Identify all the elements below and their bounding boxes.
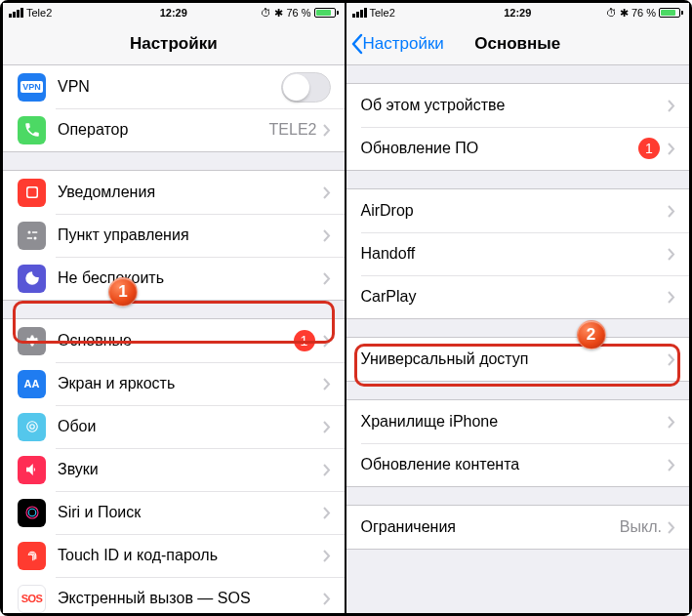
row-label: Ограничения [361,518,620,536]
clock: 12:29 [160,7,187,19]
row-restrictions[interactable]: Ограничения Выкл. [346,506,690,549]
row-control-center[interactable]: Пункт управления [3,214,345,257]
status-bar: Tele2 12:29 ⏱ ✱ 76 % [3,3,345,22]
row-carrier[interactable]: Оператор TELE2 [3,108,345,151]
row-accessibility[interactable]: Универсальный доступ [346,338,690,381]
row-about[interactable]: Об этом устройстве [346,84,690,127]
status-bar: Tele2 12:29 ⏱ ✱ 76 % [346,3,690,22]
chevron-right-icon [668,248,675,261]
chevron-right-icon [323,593,331,605]
nav-bar: Настройки Основные [346,22,690,65]
phone-icon [18,116,46,144]
row-label: Обои [58,418,323,435]
vpn-toggle[interactable] [281,72,331,103]
chevron-right-icon [323,229,331,242]
page-title: Основные [474,34,560,54]
row-background-refresh[interactable]: Обновление контента [346,443,690,486]
row-carplay[interactable]: CarPlay [346,275,690,318]
row-label: Экстренный вызов — SOS [58,590,323,607]
screen-general: Tele2 12:29 ⏱ ✱ 76 % Настройки Основные … [346,3,690,613]
row-label: VPN [58,78,281,96]
chevron-right-icon [323,272,331,285]
row-label: Не беспокоить [58,269,323,287]
row-storage[interactable]: Хранилище iPhone [346,400,690,443]
alarm-icon: ⏱ [606,7,617,19]
vpn-icon: VPN [18,73,46,102]
signal-icon [352,8,367,18]
row-label: Siri и Поиск [58,504,323,521]
carrier-detail: TELE2 [269,121,317,139]
svg-point-4 [33,237,36,240]
chevron-right-icon [668,459,675,472]
siri-icon [18,499,46,527]
chevron-right-icon [323,335,331,348]
nav-bar: Настройки [3,22,345,65]
row-software-update[interactable]: Обновление ПО 1 [346,127,690,170]
restrictions-detail: Выкл. [620,518,662,536]
battery-icon [314,8,339,18]
row-label: Звуки [58,461,323,478]
row-label: Handoff [361,245,669,263]
battery-icon [659,8,683,18]
chevron-right-icon [668,205,675,218]
row-dnd[interactable]: Не беспокоить [3,257,345,300]
row-wallpaper[interactable]: Обои [3,405,345,448]
signal-icon [9,8,23,18]
svg-rect-3 [32,231,37,233]
row-sos[interactable]: SOS Экстренный вызов — SOS [3,577,345,613]
chevron-right-icon [323,186,331,199]
chevron-right-icon [323,464,331,476]
row-label: Хранилище iPhone [361,413,669,431]
display-icon: AA [18,370,46,398]
chevron-right-icon [323,550,331,562]
row-siri[interactable]: Siri и Поиск [3,491,345,534]
carrier-label: Tele2 [26,7,52,19]
row-label: Универсальный доступ [361,350,669,368]
row-label: Уведомления [58,184,323,201]
notifications-icon [18,179,46,207]
moon-icon [18,265,46,293]
badge: 1 [638,138,660,159]
sos-icon: SOS [18,585,46,613]
chevron-right-icon [668,291,675,304]
svg-point-2 [27,231,30,234]
back-label: Настройки [363,34,444,54]
back-button[interactable]: Настройки [346,33,444,55]
row-label: Пункт управления [58,226,323,244]
wallpaper-icon [18,413,46,441]
page-title: Настройки [130,34,218,54]
row-notifications[interactable]: Уведомления [3,171,345,214]
svg-rect-5 [26,237,31,239]
row-label: Обновление ПО [361,140,639,157]
row-airdrop[interactable]: AirDrop [346,189,690,232]
chevron-left-icon [350,33,363,55]
bluetooth-icon: ✱ [274,7,283,20]
gear-icon [18,327,46,355]
chevron-right-icon [323,507,331,519]
row-label: Обновление контента [361,456,669,473]
row-general[interactable]: Основные 1 [3,319,345,362]
speaker-icon [18,456,46,484]
battery-pct: 76 % [631,7,656,19]
screen-settings: Tele2 12:29 ⏱ ✱ 76 % Настройки VPN VPN О… [3,3,346,613]
battery-pct: 76 % [286,7,310,19]
badge: 1 [294,330,315,351]
row-handoff[interactable]: Handoff [346,232,690,275]
general-list[interactable]: Об этом устройстве Обновление ПО 1 AirDr… [346,65,690,613]
svg-point-9 [28,509,36,516]
row-display[interactable]: AA Экран и яркость [3,362,345,405]
row-vpn[interactable]: VPN VPN [3,65,345,108]
settings-list[interactable]: VPN VPN Оператор TELE2 Уведомления Пункт… [3,65,345,613]
chevron-right-icon [668,143,675,155]
chevron-right-icon [668,100,675,112]
bluetooth-icon: ✱ [620,7,629,20]
chevron-right-icon [668,521,675,534]
fingerprint-icon [18,542,46,570]
row-label: Основные [58,332,294,349]
row-touchid[interactable]: Touch ID и код-пароль [3,534,345,577]
svg-point-7 [29,425,34,430]
row-label: Экран и яркость [58,375,323,392]
row-label: CarPlay [361,288,669,306]
row-sounds[interactable]: Звуки [3,448,345,491]
chevron-right-icon [323,378,331,390]
